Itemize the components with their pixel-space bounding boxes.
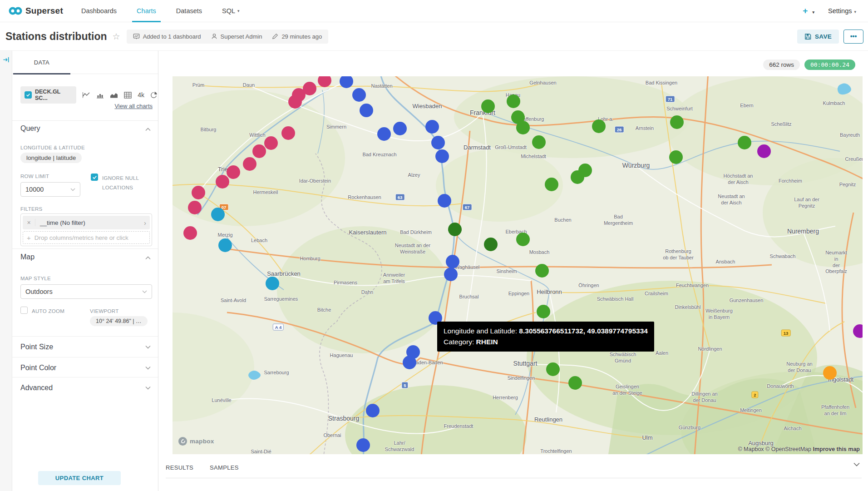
table-icon[interactable] — [124, 92, 132, 99]
map-point[interactable] — [218, 238, 232, 252]
mapbox-logo[interactable]: mapbox — [178, 436, 214, 446]
map-point[interactable] — [431, 136, 445, 149]
collapse-panel-icon[interactable] — [3, 56, 10, 63]
map-point[interactable] — [435, 149, 449, 163]
settings-menu[interactable]: Settings▾ — [828, 7, 856, 15]
map-point[interactable] — [592, 119, 606, 133]
deckgl-scatter-map[interactable]: PrümDaunNastättenGelnhausenBad Kissingen… — [173, 76, 863, 454]
view-all-charts-link[interactable]: View all charts — [114, 103, 153, 109]
data-control-panel: DATA DECK.GL SC... 4k View all charts Qu… — [12, 51, 158, 491]
new-item-button[interactable]: + ▾ — [803, 6, 814, 16]
map-point[interactable] — [823, 366, 837, 380]
nav-charts[interactable]: Charts — [127, 0, 166, 22]
map-point[interactable] — [537, 305, 550, 318]
attribution-mapbox[interactable]: © Mapbox — [738, 446, 764, 452]
map-point[interactable] — [356, 438, 370, 452]
collapse-results-icon[interactable] — [853, 462, 860, 466]
section-point-size[interactable]: Point Size — [12, 336, 158, 357]
map-style-select[interactable]: Outdoors — [20, 284, 152, 299]
tab-samples[interactable]: SAMPLES — [210, 464, 239, 471]
map-point[interactable] — [252, 144, 266, 158]
lonlat-value-chip[interactable]: longitude | latitude — [20, 153, 82, 163]
map-point[interactable] — [532, 135, 546, 149]
chart-area: 662 rows 00:00:00.24 — [158, 51, 868, 491]
dashboard-icon — [133, 33, 140, 40]
tab-data[interactable]: DATA — [13, 51, 70, 74]
map-point[interactable] — [669, 150, 683, 164]
map-point[interactable] — [352, 88, 366, 102]
ignore-null-checkbox[interactable] — [91, 174, 98, 181]
tab-results[interactable]: RESULTS — [166, 464, 193, 471]
chevron-up-icon[interactable] — [145, 256, 151, 260]
section-point-color[interactable]: Point Color — [12, 357, 158, 378]
nav-datasets[interactable]: Datasets — [166, 0, 212, 22]
map-point[interactable] — [303, 82, 316, 95]
map-point[interactable] — [535, 264, 549, 278]
filters-drop-zone[interactable]: + Drop columns/metrics here or click — [23, 231, 150, 244]
map-point[interactable] — [425, 120, 439, 134]
map-point[interactable] — [670, 115, 684, 129]
line-chart-icon[interactable] — [82, 92, 90, 99]
map-point[interactable] — [546, 362, 560, 376]
row-limit-label: ROW LIMIT — [20, 174, 49, 179]
update-chart-button[interactable]: UPDATE CHART — [38, 471, 121, 485]
chevron-up-icon[interactable] — [145, 128, 151, 131]
attribution-osm[interactable]: © OpenStreetMap — [765, 446, 811, 452]
map-point[interactable] — [211, 208, 225, 221]
map-point[interactable] — [738, 136, 751, 149]
auto-zoom-checkbox[interactable] — [20, 307, 28, 314]
lonlat-label: LONGITUDE & LATITUDE — [20, 145, 85, 150]
map-point[interactable] — [448, 223, 462, 236]
map-point[interactable] — [507, 94, 520, 108]
filter-chip-time[interactable]: × __time (No filter) › — [23, 216, 150, 229]
save-button[interactable]: SAVE — [797, 30, 839, 44]
superset-logo[interactable]: Superset — [8, 5, 63, 16]
map-point[interactable] — [281, 126, 295, 140]
top-navbar: Superset Dashboards Charts Datasets SQL▾… — [0, 0, 868, 22]
favorite-star-icon[interactable]: ☆ — [113, 31, 120, 42]
map-point[interactable] — [266, 277, 279, 290]
map-point[interactable] — [446, 255, 459, 268]
map-point[interactable] — [516, 121, 530, 134]
nav-dashboards[interactable]: Dashboards — [71, 0, 127, 22]
chart-meta-group: Added to 1 dashboard Superset Admin 29 m… — [127, 30, 329, 44]
pie-chart-icon[interactable] — [150, 91, 158, 99]
map-point[interactable] — [403, 356, 416, 369]
map-point[interactable] — [243, 157, 256, 171]
map-point[interactable] — [545, 178, 558, 191]
map-point[interactable] — [188, 201, 202, 214]
map-point[interactable] — [444, 268, 458, 281]
map-point[interactable] — [481, 99, 495, 113]
map-point[interactable] — [216, 175, 229, 188]
map-point[interactable] — [484, 238, 498, 251]
map-point[interactable] — [183, 226, 197, 240]
area-chart-icon[interactable] — [110, 92, 118, 99]
last-modified-badge[interactable]: 29 minutes ago — [272, 33, 322, 40]
map-point[interactable] — [377, 127, 391, 141]
owner-badge[interactable]: Superset Admin — [211, 33, 262, 40]
nav-sql[interactable]: SQL▾ — [212, 0, 250, 22]
map-point[interactable] — [516, 233, 530, 246]
map-point[interactable] — [393, 122, 407, 135]
map-point[interactable] — [438, 194, 451, 208]
viewport-value-chip[interactable]: 10° 24' 49.86" | … — [90, 316, 148, 326]
remove-filter-icon[interactable]: × — [23, 219, 35, 226]
map-point[interactable] — [227, 165, 240, 179]
viz-type-chip[interactable]: DECK.GL SC... — [20, 86, 76, 104]
map-point[interactable] — [571, 170, 584, 184]
viz-4k-label[interactable]: 4k — [138, 91, 144, 99]
map-point[interactable] — [360, 104, 373, 117]
section-advanced[interactable]: Advanced — [12, 377, 158, 398]
row-limit-select[interactable]: 10000 — [20, 182, 80, 197]
more-options-button[interactable]: ••• — [843, 30, 863, 44]
map-point[interactable] — [366, 404, 380, 417]
ignore-null-label: IGNORE NULL LOCATIONS — [102, 174, 150, 192]
map-point[interactable] — [568, 376, 582, 390]
improve-map-link[interactable]: Improve this map — [813, 446, 860, 452]
chart-header: Stations distribution ☆ Added to 1 dashb… — [0, 22, 868, 51]
map-point[interactable] — [757, 144, 771, 158]
dashboard-count-badge[interactable]: Added to 1 dashboard — [133, 33, 201, 40]
map-point[interactable] — [192, 186, 205, 199]
bar-chart-icon[interactable] — [96, 92, 104, 99]
map-point[interactable] — [264, 136, 278, 150]
